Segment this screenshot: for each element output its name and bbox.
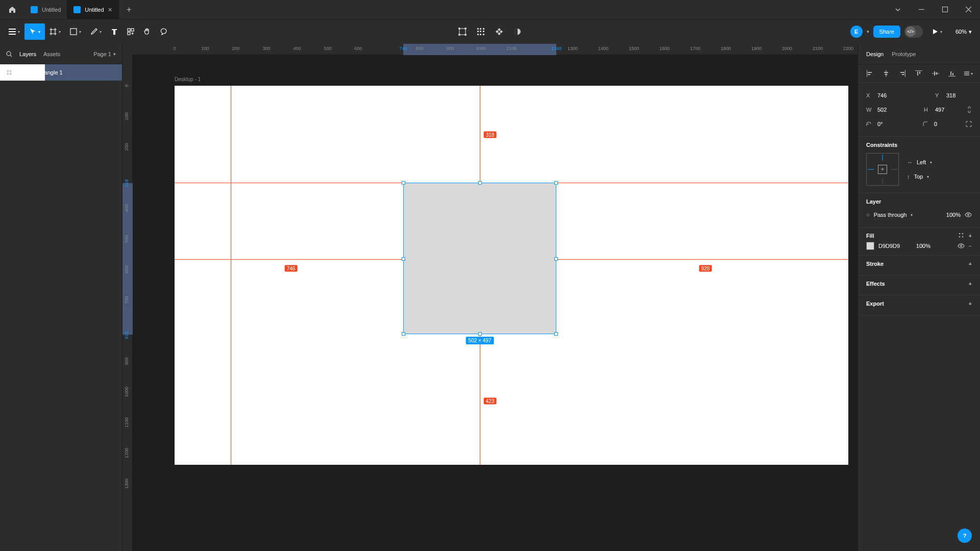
page-selector[interactable]: Page 1▾: [93, 51, 116, 57]
edit-object-icon[interactable]: [454, 23, 471, 40]
menu-chevron[interactable]: [886, 0, 910, 19]
share-button[interactable]: Share: [873, 26, 900, 38]
mask-icon[interactable]: [491, 23, 507, 40]
ruler-horizontal[interactable]: 0 100 200 300 400 500 600 746 800 900 10…: [133, 44, 857, 55]
text-tool[interactable]: [106, 23, 122, 40]
file-tab-1[interactable]: Untitled: [24, 0, 67, 19]
w-input[interactable]: [877, 107, 903, 113]
file-tab-2[interactable]: Untitled ×: [67, 0, 118, 19]
align-top-icon[interactable]: [911, 67, 926, 80]
ruler-tick: 0: [124, 84, 129, 87]
constraint-h-icon: ↔: [907, 159, 913, 165]
design-tab[interactable]: Design: [866, 51, 884, 57]
svg-rect-40: [936, 72, 937, 75]
tidy-icon[interactable]: ▾: [961, 67, 976, 80]
help-button[interactable]: ?: [958, 529, 972, 543]
boolean-icon[interactable]: [509, 23, 526, 40]
remove-fill-icon[interactable]: −: [969, 243, 972, 249]
resources-tool[interactable]: [122, 23, 139, 40]
minimize-button[interactable]: [910, 0, 933, 19]
menu-button[interactable]: ▾: [4, 23, 24, 40]
fill-title: Fill: [866, 233, 874, 239]
selected-rectangle[interactable]: 502 × 497: [403, 183, 556, 334]
fill-swatch[interactable]: [866, 242, 874, 250]
resize-handle-n[interactable]: [478, 181, 482, 185]
ruler-tick: 900: [124, 357, 129, 365]
page-label: Page 1: [93, 51, 111, 57]
constraints-widget[interactable]: +: [866, 153, 899, 186]
layers-tab[interactable]: Layers: [19, 51, 36, 57]
frame-tool[interactable]: ▾: [45, 23, 65, 40]
create-component-icon[interactable]: [473, 23, 489, 40]
assets-tab[interactable]: Assets: [43, 51, 60, 57]
svg-point-24: [7, 52, 11, 56]
resize-handle-ne[interactable]: [554, 181, 558, 185]
svg-rect-30: [884, 72, 888, 73]
radius-input[interactable]: [934, 121, 960, 127]
present-button[interactable]: ▾: [927, 23, 947, 40]
design-frame[interactable]: Desktop - 1 318 746 928 423 502 × 497: [175, 86, 848, 465]
resize-handle-sw[interactable]: [402, 332, 405, 336]
resize-handle-se[interactable]: [554, 332, 558, 336]
comment-tool[interactable]: [155, 23, 172, 40]
constraint-h-select[interactable]: Left: [917, 159, 926, 165]
avatar-chevron[interactable]: ▾: [867, 29, 869, 34]
maximize-button[interactable]: [933, 0, 957, 19]
align-hcenter-icon[interactable]: [878, 67, 894, 80]
add-stroke-icon[interactable]: +: [969, 261, 972, 267]
ruler-vertical[interactable]: 0 100 200 318 400 500 600 700 815 900 10…: [122, 55, 133, 551]
fill-hex-input[interactable]: [878, 243, 906, 249]
layer-opacity-input[interactable]: [940, 212, 961, 218]
prototype-tab[interactable]: Prototype: [892, 51, 916, 57]
add-effect-icon[interactable]: +: [969, 281, 972, 287]
blend-mode-select[interactable]: Pass through: [874, 212, 907, 218]
ruler-tick: 700: [124, 296, 129, 304]
ruler-tick: 500: [124, 235, 129, 242]
y-input[interactable]: [946, 92, 972, 98]
ruler-tick: 1100: [506, 46, 517, 51]
independent-corners-icon[interactable]: [966, 121, 972, 127]
h-input[interactable]: [935, 107, 961, 113]
resize-handle-s[interactable]: [478, 332, 482, 336]
resize-handle-e[interactable]: [554, 257, 558, 261]
fill-visibility-icon[interactable]: [958, 243, 965, 248]
x-input[interactable]: [877, 92, 903, 98]
resize-handle-w[interactable]: [402, 257, 405, 261]
dev-mode-toggle[interactable]: </>: [904, 26, 923, 38]
visibility-icon[interactable]: [965, 212, 972, 217]
align-vcenter-icon[interactable]: [928, 67, 943, 80]
align-right-icon[interactable]: [895, 67, 910, 80]
close-window-button[interactable]: [957, 0, 980, 19]
new-tab-button[interactable]: +: [119, 0, 139, 19]
svg-point-49: [960, 245, 962, 247]
canvas[interactable]: Desktop - 1 318 746 928 423 502 × 497: [133, 55, 857, 551]
svg-rect-15: [480, 28, 481, 30]
zoom-control[interactable]: 60%▾: [951, 29, 976, 35]
effects-section: Effects+: [858, 276, 980, 295]
pen-tool[interactable]: ▾: [86, 23, 106, 40]
add-fill-icon[interactable]: +: [969, 233, 972, 239]
svg-rect-5: [70, 29, 77, 35]
align-controls: ▾: [858, 64, 980, 83]
fill-opacity-input[interactable]: [910, 243, 930, 249]
constraint-v-select[interactable]: Top: [914, 173, 923, 180]
constrain-proportions-icon[interactable]: [967, 106, 972, 113]
align-left-icon[interactable]: [862, 67, 877, 80]
svg-rect-6: [128, 29, 130, 31]
styles-icon[interactable]: [959, 233, 964, 239]
move-tool[interactable]: ▾: [24, 23, 45, 40]
avatar[interactable]: E: [850, 26, 863, 38]
add-export-icon[interactable]: +: [969, 300, 972, 307]
close-tab-icon[interactable]: ×: [108, 6, 112, 14]
rotation-icon: [866, 121, 873, 127]
home-button[interactable]: [0, 0, 24, 19]
shape-tool[interactable]: ▾: [65, 23, 86, 40]
hand-tool[interactable]: [139, 23, 155, 40]
share-label: Share: [879, 29, 894, 35]
rotation-input[interactable]: [877, 121, 903, 127]
frame-label[interactable]: Desktop - 1: [175, 77, 201, 82]
align-bottom-icon[interactable]: [944, 67, 960, 80]
search-icon[interactable]: [6, 51, 12, 57]
resize-handle-nw[interactable]: [402, 181, 405, 185]
layer-row-frame[interactable]: Desktop - 1: [0, 64, 45, 81]
